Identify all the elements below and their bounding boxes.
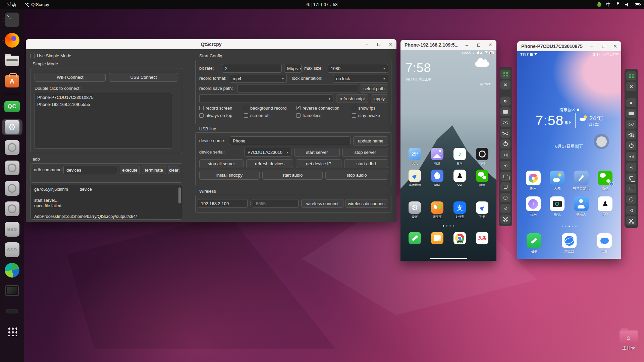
wifi-connect-button[interactable]: WIFI Connect xyxy=(35,73,106,82)
close-button[interactable]: ✕ xyxy=(388,42,393,47)
dock-item-media-app[interactable] xyxy=(2,262,22,278)
app-wechat[interactable]: ✓ 微信 xyxy=(598,171,612,191)
dock-item-disc-3[interactable] xyxy=(2,180,22,196)
background-record-checkbox[interactable]: background record xyxy=(244,106,296,111)
dock-item-files[interactable] xyxy=(2,53,22,69)
device-list-item[interactable]: Phone-192.168.2.109:5555 xyxy=(35,101,172,108)
group-control-button[interactable] xyxy=(626,71,636,80)
dock-item-firefox[interactable] xyxy=(2,32,22,48)
install-sndcpy-button[interactable]: install sndcpy xyxy=(199,171,260,180)
dock-app-phone[interactable]: ✓ xyxy=(409,232,421,245)
fullscreen-button[interactable] xyxy=(500,80,511,89)
app-qq-music[interactable]: ♪✓ 音乐 xyxy=(453,148,466,166)
back-button[interactable] xyxy=(500,204,511,213)
phone1-titlebar[interactable]: Phone-192.168.2.109:5... – ✕ xyxy=(400,40,496,50)
start-adbd-button[interactable]: start adbd xyxy=(344,159,388,168)
app-feishu[interactable]: ▶✓ 飞书 xyxy=(476,201,488,219)
app-qq[interactable]: ♟✓ QQ xyxy=(598,196,612,217)
apply-button[interactable]: apply xyxy=(371,94,388,103)
dock-item-tablet-device[interactable] xyxy=(2,283,22,299)
device-name-input[interactable]: Phone xyxy=(230,136,351,145)
record-screen-checkbox[interactable]: record screen xyxy=(199,106,244,111)
dock-item-settings[interactable]: ⚙ xyxy=(2,119,22,135)
power-button[interactable] xyxy=(500,139,511,148)
clock[interactable]: 6月17日 07：58 xyxy=(306,2,337,8)
home-button[interactable] xyxy=(500,193,511,202)
app-youdao-note[interactable]: ✓ 有道云笔记 xyxy=(573,171,590,191)
wireless-connect-button[interactable]: wireless connect xyxy=(301,199,343,208)
clear-button[interactable]: clear xyxy=(168,166,179,174)
volume-icon[interactable] xyxy=(625,3,630,7)
phone2-screen[interactable]: 未插卡 50 早上7:58 浦东新区 7:58 早上 24℃ 31 / 22 xyxy=(517,51,621,259)
wireless-port-input[interactable]: 5555 xyxy=(253,199,299,208)
app-hw-music[interactable]: ♪✓ 音乐 xyxy=(526,196,541,217)
app-mi-weather[interactable]: 25°✓ 天气 xyxy=(409,148,421,166)
dock-app-messages[interactable]: ✓ 信息 xyxy=(597,233,612,254)
app-contacts[interactable]: ✓ 联系人 xyxy=(574,196,589,217)
fullscreen-button[interactable] xyxy=(626,82,636,91)
expand-notification-button[interactable] xyxy=(626,98,636,107)
back-button[interactable] xyxy=(626,205,636,215)
terminate-button[interactable]: terminate xyxy=(142,166,166,174)
dock-item-disc-2[interactable] xyxy=(2,160,22,176)
app-hw-camera[interactable]: ✓ 相机 xyxy=(550,196,565,217)
volume-down-button[interactable] xyxy=(500,161,511,170)
max-size-dropdown[interactable]: 1080▾ xyxy=(328,64,388,73)
phone2-clock-widget[interactable]: 7:58 早上 24℃ 31 / 22 xyxy=(517,113,621,128)
app-alipay[interactable]: 支✓ 支付宝 xyxy=(453,201,466,219)
qtscrcpy-titlebar[interactable]: QtScrcpy – ✕ xyxy=(26,39,396,49)
volume-up-button[interactable] xyxy=(626,152,636,161)
wireless-disconnect-button[interactable]: wireless disconnect xyxy=(345,199,388,208)
always-on-top-checkbox[interactable]: always on top xyxy=(199,113,244,118)
phone1-maximize-button[interactable] xyxy=(476,42,481,48)
lock-orientation-dropdown[interactable]: no lock▾ xyxy=(333,74,388,83)
assistive-ball[interactable] xyxy=(594,134,609,149)
start-audio-button[interactable]: start audio xyxy=(262,171,323,180)
stop-audio-button[interactable]: stop audio xyxy=(325,171,388,180)
phone1-minimize-button[interactable]: – xyxy=(464,42,470,48)
battery-icon[interactable] xyxy=(635,3,640,6)
app-wechat[interactable]: ✓ 微信 xyxy=(476,170,488,187)
dock-item-ubuntu-software[interactable]: A xyxy=(2,73,22,89)
app-amap[interactable]: ▶✓ 高德地图 xyxy=(409,170,421,187)
volume-up-button[interactable] xyxy=(500,150,511,159)
bit-rate-unit-dropdown[interactable]: Mbps▾ xyxy=(284,64,302,73)
execute-button[interactable]: execute xyxy=(120,166,140,174)
screen-off-button[interactable] xyxy=(626,130,636,139)
screenshot-button[interactable] xyxy=(500,215,511,224)
screenshot-button[interactable] xyxy=(626,216,636,225)
script-dropdown[interactable]: ▾ xyxy=(199,94,333,103)
app-switch-button[interactable] xyxy=(626,173,636,182)
refresh-devices-button[interactable]: refresh devices xyxy=(246,159,293,168)
home-folder-shortcut[interactable]: ⌂ 主目录 xyxy=(615,330,642,351)
dock-app-toutiao[interactable]: 头条✓ xyxy=(476,232,488,245)
dock-item-ssd-1[interactable]: SSD xyxy=(2,221,22,237)
frameless-checkbox[interactable]: frameless xyxy=(296,113,352,118)
stop-all-server-button[interactable]: stop all server xyxy=(199,159,244,168)
refresh-script-button[interactable]: refresh script xyxy=(336,94,368,103)
power-button[interactable] xyxy=(626,141,636,150)
dock-item-qtcreator[interactable]: QC xyxy=(2,99,22,115)
activities-button[interactable]: 活动 xyxy=(7,2,16,8)
phone2-titlebar[interactable]: Phone-P7CDU17C23010875 – ✕ xyxy=(517,41,621,51)
device-list[interactable]: Phone-P7CDU17C23010875Phone-192.168.2.10… xyxy=(35,93,172,148)
phone1-screen[interactable]: 396K/s B 10 7:58 6月17日 周五上午 阴 25°C 25°✓ … xyxy=(400,50,496,261)
start-server-button[interactable]: start server xyxy=(294,148,340,157)
dock-app-browser[interactable]: ✓ 浏览器 xyxy=(562,233,577,254)
app-mi-camera[interactable]: ✓ 相机 xyxy=(476,148,488,166)
app-seal[interactable]: ✓ Seal xyxy=(431,170,443,187)
tray-indicator-icon[interactable] xyxy=(597,2,601,7)
touch-button[interactable] xyxy=(626,109,636,118)
phone1-close-button[interactable]: ✕ xyxy=(488,42,493,48)
screen-off-checkbox[interactable]: screen-off xyxy=(244,113,296,118)
maximize-button[interactable] xyxy=(376,42,381,47)
screen-on-button[interactable] xyxy=(500,118,511,127)
adb-command-input[interactable]: devices xyxy=(63,166,117,174)
record-save-path-input[interactable] xyxy=(237,84,357,93)
device-serial-dropdown[interactable]: P7CDU17C23010▾ xyxy=(245,148,291,157)
dock-item-disc-1[interactable] xyxy=(2,139,22,156)
use-simple-mode-checkbox[interactable]: Use Simple Mode xyxy=(31,53,71,58)
app-mi-settings[interactable]: ⚙✓ 设置 xyxy=(409,201,421,219)
minimize-button[interactable]: – xyxy=(364,42,370,47)
dock-app-phone[interactable]: ✓ 电话 xyxy=(527,233,541,254)
